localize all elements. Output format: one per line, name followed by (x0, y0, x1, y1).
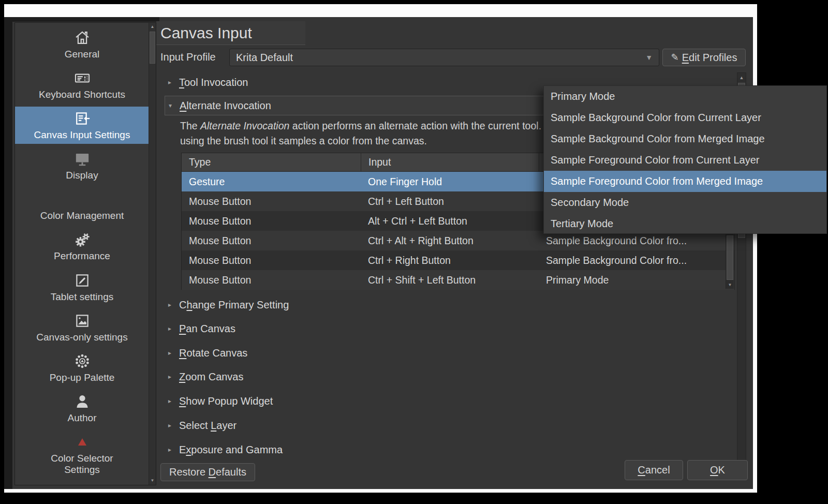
cancel-button[interactable]: Cancel (625, 460, 683, 480)
input-profile-label: Input Profile (160, 51, 216, 63)
monitor-icon (73, 150, 91, 168)
sidebar-item-label: General (65, 49, 100, 60)
chevron-right-icon: ▸ (168, 373, 173, 380)
dropdown-option-selected[interactable]: Sample Foreground Color from Merged Imag… (544, 171, 826, 192)
sidebar-list: General Keyboard Shortcuts (15, 23, 149, 485)
chevron-right-icon: ▸ (168, 325, 173, 332)
section-rotate-canvas[interactable]: ▸ Rotate Canvas (168, 346, 247, 360)
table-row[interactable]: Mouse Button Ctrl + Shift + Left Button … (182, 270, 734, 290)
section-exposure-and-gamma[interactable]: ▸ Exposure and Gamma (168, 442, 283, 457)
section-select-layer[interactable]: ▸ Select Layer (168, 418, 236, 433)
chevron-down-icon: ▾ (169, 102, 174, 109)
sidebar-item-canvas-only-settings[interactable]: Canvas-only settings (15, 309, 149, 346)
gears-icon (73, 231, 91, 248)
dialog-left-groove (4, 17, 12, 489)
dropdown-option[interactable]: Sample Background Color from Merged Imag… (544, 128, 826, 150)
column-header-type[interactable]: Type (182, 153, 361, 171)
sidebar-item-color-selector-settings[interactable]: Color Selector Settings (15, 430, 149, 482)
color-selector-icon (73, 433, 91, 451)
popup-palette-icon (73, 352, 91, 370)
sidebar-item-performance[interactable]: Performance (15, 228, 149, 265)
scroll-down-arrow[interactable]: ▼ (149, 477, 156, 484)
dropdown-option[interactable]: Sample Foreground Color from Current Lay… (544, 150, 826, 171)
dropdown-option[interactable]: Primary Mode (544, 86, 826, 107)
sidebar-item-label: Color Selector Settings (38, 453, 126, 476)
sidebar-item-label: Canvas-only settings (36, 332, 127, 343)
section-change-primary-setting[interactable]: ▸ Change Primary Setting (168, 298, 289, 312)
sidebar-item-display[interactable]: Display (15, 147, 149, 184)
color-wheel-icon (73, 190, 91, 208)
dialog-top-groove (4, 17, 159, 22)
page-title: Canvas Input (160, 24, 252, 42)
scroll-thumb[interactable] (150, 32, 155, 64)
table-row[interactable]: Mouse Button Ctrl + Right Button Sample … (182, 250, 734, 270)
dropdown-option[interactable]: Secondary Mode (544, 192, 826, 213)
image-icon (73, 312, 91, 330)
section-tool-invocation[interactable]: ▸ Tool Invocation (168, 75, 248, 90)
sidebar-item-canvas-input-settings[interactable]: Canvas Input Settings (15, 107, 149, 144)
dropdown-option[interactable]: Tertiary Mode (544, 213, 826, 234)
sidebar-item-keyboard-shortcuts[interactable]: Keyboard Shortcuts (15, 66, 149, 103)
sidebar-item-general[interactable]: General (15, 26, 149, 63)
chevron-down-icon: ▼ (645, 53, 653, 62)
sidebar-item-label: Tablet settings (51, 291, 113, 303)
screenshot-root: General Keyboard Shortcuts (0, 0, 828, 504)
sidebar-item-tablet-settings[interactable]: Tablet settings (15, 269, 149, 306)
input-profile-value: Krita Default (236, 52, 293, 64)
restore-defaults-button[interactable]: Restore Defaults (160, 463, 255, 481)
user-icon (73, 393, 91, 410)
chevron-right-icon: ▸ (168, 446, 173, 453)
chevron-right-icon: ▸ (168, 397, 173, 405)
chevron-right-icon: ▸ (168, 349, 173, 357)
section-pan-canvas[interactable]: ▸ Pan Canvas (168, 321, 235, 336)
sidebar-item-author[interactable]: Author (15, 390, 149, 427)
scroll-up-arrow[interactable]: ▲ (737, 73, 746, 82)
sidebar-scrollbar[interactable]: ▲ ▼ (149, 23, 156, 485)
chevron-right-icon: ▸ (168, 79, 173, 86)
ok-button[interactable]: OK (687, 460, 748, 480)
scroll-down-arrow[interactable]: ▼ (726, 281, 734, 289)
edit-profiles-button[interactable]: ✎ Edit Profiles (662, 49, 746, 66)
column-header-input[interactable]: Input (361, 153, 539, 171)
dropdown-option[interactable]: Sample Background Color from Current Lay… (544, 107, 826, 128)
canvas-input-icon (73, 110, 91, 127)
section-zoom-canvas[interactable]: ▸ Zoom Canvas (168, 369, 244, 384)
action-dropdown-popup: Primary Mode Sample Background Color fro… (543, 85, 827, 234)
settings-sidebar: General Keyboard Shortcuts (14, 22, 156, 485)
sidebar-item-label: Performance (54, 250, 110, 262)
sidebar-item-color-management[interactable]: Color Management (15, 187, 149, 225)
tablet-pen-icon (73, 272, 91, 289)
sidebar-item-label: Author (68, 412, 97, 424)
sidebar-item-popup-palette[interactable]: Pop-up Palette (15, 349, 149, 387)
pencil-icon: ✎ (671, 52, 679, 63)
page-title-tab: Canvas Input (156, 21, 305, 45)
section-show-popup-widget[interactable]: ▸ Show Popup Widget (168, 394, 273, 408)
sidebar-item-label: Keyboard Shortcuts (39, 89, 125, 100)
input-profile-select[interactable]: Krita Default ▼ (229, 49, 659, 66)
sidebar-item-label: Display (66, 170, 98, 181)
sidebar-item-label: Canvas Input Settings (34, 129, 130, 141)
chevron-right-icon: ▸ (168, 301, 173, 308)
keyboard-icon (73, 69, 91, 87)
scroll-thumb[interactable] (727, 235, 733, 280)
scroll-up-arrow[interactable]: ▲ (149, 23, 156, 31)
home-icon (73, 29, 91, 47)
chevron-right-icon: ▸ (168, 422, 173, 429)
sidebar-item-label: Color Management (40, 210, 124, 221)
sidebar-item-label: Pop-up Palette (50, 372, 115, 383)
